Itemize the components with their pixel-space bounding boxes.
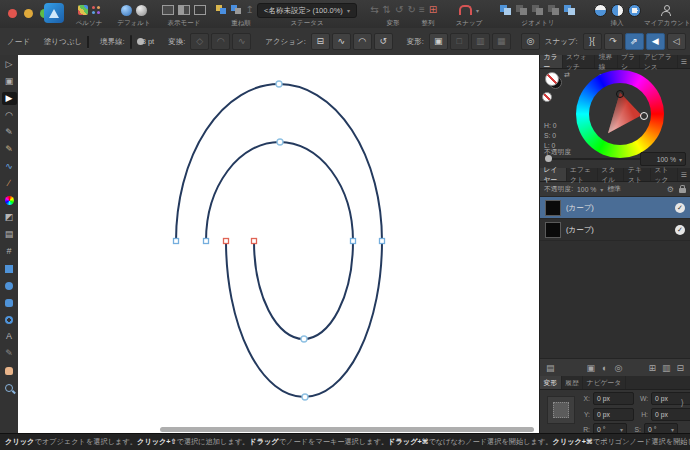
adjustment-layer-icon[interactable]: ◐ (602, 363, 607, 373)
zoom-tool[interactable] (2, 381, 17, 394)
layer-thumbnail[interactable] (545, 222, 561, 238)
split-view-icon[interactable] (178, 5, 190, 15)
delete-layer-icon[interactable]: ⊟ (676, 363, 684, 373)
style-picker-tool[interactable]: ✎ (2, 347, 17, 360)
document-title-dropdown[interactable]: <名称未設定> (100.0%) ▾ (257, 3, 357, 18)
my-account-icon[interactable] (661, 5, 671, 15)
transform-box-button[interactable]: □ (450, 33, 469, 50)
snap-off-curve-toggle[interactable]: ↷ (604, 33, 623, 50)
flip-vertical-icon[interactable]: ⇅ (383, 5, 391, 15)
reverse-curve-button[interactable]: ↺ (374, 33, 393, 50)
close-window-button[interactable] (8, 9, 17, 18)
donut-tool[interactable] (2, 313, 17, 326)
field-input[interactable]: 0 px (593, 392, 634, 405)
snapping-magnet-icon[interactable] (459, 5, 472, 15)
snap-construction-toggle[interactable]: ◀ (646, 33, 665, 50)
live-filter-icon[interactable]: ◎ (614, 363, 622, 373)
layer-visibility-checkbox[interactable]: ✓ (675, 203, 685, 213)
nofill-mini-swatch[interactable] (542, 92, 552, 102)
revert-defaults-icon[interactable] (136, 5, 147, 16)
transform-scale-button[interactable]: ▦ (492, 33, 511, 50)
stroke-swatch[interactable] (130, 35, 132, 49)
panel-tab[interactable]: 履歴 (562, 376, 584, 389)
hue-selector[interactable] (640, 112, 648, 120)
crop-tool[interactable]: # (2, 245, 17, 258)
anchor-point-selector[interactable] (547, 396, 575, 424)
alignment-icon[interactable]: ≡ (419, 5, 425, 15)
break-curve-button[interactable]: ⊟ (311, 33, 330, 50)
field-input[interactable]: 0 px (593, 408, 634, 421)
new-group-icon[interactable]: ▥ (662, 363, 671, 373)
outline-view-icon[interactable] (194, 5, 206, 15)
field-input[interactable]: 0 px (651, 392, 690, 405)
panel-tab[interactable]: スウォッチ (563, 55, 596, 68)
panel-tab[interactable]: 境界線 (595, 55, 617, 68)
boolean-subtract-icon[interactable] (516, 5, 528, 16)
move-to-back-icon[interactable] (231, 5, 242, 15)
panel-tab[interactable]: エフェクト (567, 168, 598, 181)
swap-colors-icon[interactable]: ⇄ (564, 71, 570, 79)
panel-tab[interactable]: アピアランス (640, 55, 677, 68)
boolean-add-icon[interactable] (500, 5, 512, 16)
snap-to-geometry-toggle[interactable]: }{ (583, 33, 602, 50)
move-to-front-icon[interactable] (216, 5, 227, 15)
minimize-window-button[interactable] (24, 9, 33, 18)
pen-tool[interactable]: ✎ (2, 126, 17, 139)
layer-name[interactable]: (カーブ) (566, 203, 670, 213)
insert-behind-icon[interactable] (594, 4, 607, 17)
blend-mode-select[interactable]: 標準 (607, 184, 621, 194)
convert-smooth-button[interactable]: ◠ (211, 33, 230, 50)
designer-persona-icon[interactable] (78, 5, 88, 15)
fill-stroke-swatches[interactable] (545, 72, 562, 89)
rectangle-tool[interactable] (2, 262, 17, 275)
panel-menu-icon[interactable]: ☰ (678, 55, 690, 68)
hand-tool[interactable] (2, 364, 17, 377)
triangle-selector[interactable] (616, 90, 624, 98)
artboard-tool[interactable]: ▣ (2, 75, 17, 88)
fill-swatch[interactable] (87, 35, 89, 49)
link-dimensions-icon[interactable]: ⟩ (680, 398, 684, 408)
transparency-tool[interactable]: ◩ (2, 211, 17, 224)
synchronize-defaults-icon[interactable] (121, 5, 132, 16)
paint-brush-tool[interactable]: ∕ (2, 177, 17, 190)
chevron-down-icon[interactable]: ▾ (476, 7, 479, 14)
insert-on-top-icon[interactable] (628, 4, 641, 17)
convert-sharp-button[interactable]: ◇ (190, 33, 209, 50)
boolean-combine-icon[interactable] (564, 5, 576, 16)
panel-tab[interactable]: 変形 (540, 376, 562, 389)
snap-candidate-toggle[interactable]: ◁ (667, 33, 686, 50)
ellipse-tool[interactable] (2, 279, 17, 292)
transform-skew-button[interactable]: ▥ (471, 33, 490, 50)
panel-tab[interactable]: ストック (651, 168, 678, 181)
grid-icon[interactable]: ⊞ (429, 5, 437, 15)
vector-view-icon[interactable] (162, 5, 174, 15)
rounded-rectangle-tool[interactable] (2, 296, 17, 309)
layer-settings-gear-icon[interactable]: ⚙ (667, 185, 674, 194)
close-curve-button[interactable]: ∿ (332, 33, 351, 50)
flip-horizontal-icon[interactable]: ⇆ (370, 5, 378, 15)
fill-gradient-tool[interactable] (2, 194, 17, 207)
layer-row[interactable]: (カーブ) ✓ (540, 219, 690, 241)
horizontal-scrollbar[interactable] (160, 427, 534, 432)
panel-tab[interactable]: カラー (540, 55, 563, 68)
loupe-select-button[interactable]: ◎ (521, 33, 540, 50)
corner-tool[interactable]: ◠ (2, 109, 17, 122)
text-tool[interactable]: A (2, 330, 17, 343)
panel-tab[interactable]: スタイル (598, 168, 625, 181)
new-layer-icon[interactable]: ⊞ (648, 363, 656, 373)
pencil-tool[interactable]: ✎ (2, 143, 17, 156)
boolean-divide-icon[interactable] (548, 5, 560, 16)
panel-menu-icon[interactable]: ☰ (678, 168, 690, 181)
panel-tab[interactable]: レイヤー (540, 168, 567, 181)
move-tool[interactable]: ▷ (2, 58, 17, 71)
convert-smart-button[interactable]: ∿ (232, 33, 251, 50)
boolean-intersect-icon[interactable] (532, 5, 544, 16)
layer-row[interactable]: (カーブ) ✓ (540, 197, 690, 219)
panel-tab[interactable]: ブラシ (618, 55, 641, 68)
insert-inside-icon[interactable] (611, 4, 624, 17)
smooth-curve-button[interactable]: ◠ (353, 33, 372, 50)
layer-lock-icon[interactable] (679, 188, 686, 193)
node-tool[interactable]: ▶ (2, 92, 17, 105)
color-wheel[interactable] (576, 70, 664, 158)
mask-layer-icon[interactable]: ▣ (587, 363, 596, 373)
